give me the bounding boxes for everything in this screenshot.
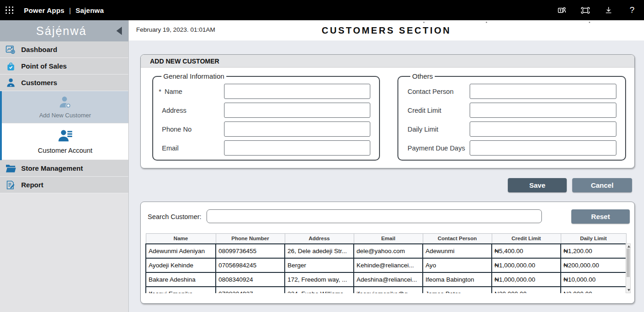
sidebar-item-point-of-sales[interactable]: Point of Sales	[0, 58, 128, 75]
table-header-row: Name Phone Number Address Email Contact …	[146, 234, 626, 244]
sidebar-item-customer-account[interactable]: Customer Account	[2, 123, 128, 160]
save-button[interactable]: Save	[508, 178, 567, 192]
artifact-dot	[589, 22, 590, 23]
customer-account-icon	[58, 129, 73, 145]
search-customer-label: Search Customer:	[148, 213, 201, 220]
phone-field[interactable]	[224, 121, 370, 137]
column-header-email[interactable]: Email	[354, 234, 423, 244]
cell-daily-limit: ₦10,000.00	[561, 272, 626, 287]
content-header: February 19, 2023. 01:01AM CUSTOMERS SEC…	[129, 20, 644, 40]
field-label: Contact Person	[408, 88, 454, 95]
topbar: Power Apps | Sajenwa	[0, 0, 644, 20]
field-label: Daily Limit	[408, 126, 438, 133]
table-row[interactable]: Ayodeji Kehinde 07056984245 Berger Kehin…	[146, 258, 626, 272]
add-new-customer-icon	[58, 95, 72, 111]
daily-limit-field[interactable]	[470, 121, 616, 137]
panel-title: ADD NEW CUSTOMER	[141, 55, 634, 68]
general-information-fieldset: General Information * Name Address	[152, 72, 380, 161]
cell-credit-limit: ₦1,000,000.00	[492, 258, 561, 272]
cell-address: 334, Fusho Williams...	[285, 287, 354, 294]
column-header-credit-limit[interactable]: Credit Limit	[492, 234, 561, 244]
artifact-dot	[423, 22, 425, 23]
cell-credit-limit: ₦1,000,000.00	[492, 272, 561, 287]
field-row-name: * Name	[159, 84, 372, 99]
address-field[interactable]	[224, 103, 370, 118]
column-header-phone[interactable]: Phone Number	[216, 234, 285, 244]
sidebar-item-label: Dashboard	[21, 46, 57, 53]
contact-person-field[interactable]	[470, 84, 616, 99]
cell-contact-person: James Peter	[423, 287, 492, 294]
others-fieldset: Others Contact Person Credit Limit	[397, 72, 626, 161]
table-row[interactable]: Adewunmi Adeniyan 08099736455 26, Dele a…	[146, 244, 626, 258]
field-label: Payment Due Days	[408, 144, 465, 152]
cell-daily-limit: ₦2,000.00	[561, 287, 626, 294]
field-row-email: Email	[159, 140, 372, 156]
cell-phone: 07056984245	[216, 258, 285, 272]
table-scrollbar[interactable]	[626, 243, 631, 293]
sidebar-item-add-new-customer[interactable]: Add New Customer	[2, 91, 128, 123]
column-header-contact-person[interactable]: Contact Person	[423, 234, 492, 244]
cell-address: 172, Freedom way, ...	[285, 272, 354, 287]
customers-icon	[5, 77, 16, 88]
name-field[interactable]	[224, 84, 370, 99]
cell-contact-person: Adewunmi	[423, 244, 492, 258]
customers-table: Name Phone Number Address Email Contact …	[145, 233, 631, 293]
sidebar-item-store-management[interactable]: Store Management	[0, 160, 128, 177]
column-header-daily-limit[interactable]: Daily Limit	[561, 234, 626, 244]
field-label: Credit Limit	[408, 107, 441, 114]
collapse-sidebar-icon[interactable]	[116, 27, 122, 35]
credit-limit-field[interactable]	[470, 103, 616, 118]
main-content: February 19, 2023. 01:01AM CUSTOMERS SEC…	[129, 20, 644, 312]
sidebar-item-report[interactable]: Report	[0, 177, 128, 193]
cell-name: Bakare Adeshina	[146, 272, 216, 287]
search-customer-panel: Search Customer: Reset Name Phone Numbe	[140, 202, 635, 304]
cell-credit-limit: ₦20,000.00	[492, 287, 561, 294]
cell-phone: 0708304937	[216, 287, 285, 294]
app-launcher-icon[interactable]	[6, 6, 14, 14]
sidebar-item-label: Customers	[21, 79, 57, 87]
field-label: Name	[165, 88, 183, 95]
point-of-sales-icon	[5, 61, 16, 72]
scroll-down-icon[interactable]	[627, 289, 630, 291]
download-icon[interactable]	[603, 5, 614, 16]
cell-address: Berger	[285, 258, 354, 272]
search-customer-input[interactable]	[207, 209, 542, 223]
teams-icon[interactable]	[556, 5, 567, 16]
cell-email: Adeshina@reliancei...	[354, 272, 423, 287]
column-header-address[interactable]: Address	[285, 234, 354, 244]
fieldset-legend: Others	[410, 72, 435, 80]
cell-phone: 08099736455	[216, 244, 285, 258]
reset-button[interactable]: Reset	[571, 209, 630, 224]
table-row[interactable]: Bakare Adeshina 0808340924 172, Freedom …	[146, 272, 626, 287]
fit-to-screen-icon[interactable]	[580, 5, 591, 16]
cell-address: 26, Dele adedeji Str...	[285, 244, 354, 258]
scroll-up-icon[interactable]	[627, 245, 630, 248]
email-field[interactable]	[224, 140, 370, 156]
cell-contact-person: Ayo	[423, 258, 492, 272]
cell-phone: 0808340924	[216, 272, 285, 287]
brand-name: Power Apps	[24, 6, 64, 14]
cell-name: Ayodeji Kehinde	[146, 258, 216, 272]
store-management-icon	[5, 163, 16, 173]
submenu-item-label: Add New Customer	[39, 112, 91, 119]
scrollbar-thumb[interactable]	[627, 248, 630, 277]
field-row-contact-person: Contact Person	[408, 84, 617, 99]
sidebar-item-customers[interactable]: Customers	[0, 75, 128, 91]
sidebar-item-label: Point of Sales	[21, 62, 67, 70]
customers-submenu: Add New Customer Customer Account	[0, 91, 128, 160]
sidebar-item-dashboard[interactable]: Dashboard	[0, 41, 128, 58]
cell-contact-person: Ifeoma Babington	[423, 272, 492, 287]
cell-name: Ifeanyi Emenike	[146, 287, 216, 294]
help-icon[interactable]: ?	[627, 5, 638, 16]
cell-email: Kehinde@reliancei...	[354, 258, 423, 272]
artifact-dot	[486, 22, 487, 23]
payment-due-days-field[interactable]	[470, 140, 616, 156]
breadcrumb-separator: |	[69, 6, 71, 14]
required-marker: *	[159, 88, 161, 95]
cancel-button[interactable]: Cancel	[572, 178, 632, 192]
column-header-name[interactable]: Name	[146, 234, 216, 244]
app-breadcrumb: Power Apps | Sajenwa	[24, 6, 104, 14]
table-row[interactable]: Ifeanyi Emenike 0708304937 334, Fusho Wi…	[146, 287, 626, 294]
add-new-customer-panel: ADD NEW CUSTOMER General Information * N…	[140, 54, 635, 168]
power-apps-window: Power Apps | Sajenwa	[0, 0, 644, 312]
